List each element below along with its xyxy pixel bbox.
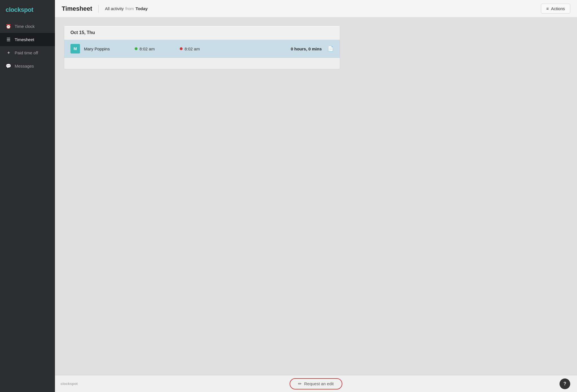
filter-from-text: from (125, 6, 134, 11)
sidebar-item-messages[interactable]: 💬 Messages (0, 59, 55, 73)
clock-in-entry: 8:02 am (135, 46, 180, 51)
hamburger-icon: ≡ (546, 6, 549, 11)
sidebar-item-label: Messages (15, 64, 34, 68)
topbar: Timesheet All activity from Today ≡ Acti… (55, 0, 577, 17)
row-action-icon[interactable]: 📄 (327, 46, 334, 52)
sidebar-nav: ⏰ Time clock ☰ Timesheet ✦ Paid time off… (0, 20, 55, 73)
clock-out-entry: 8:02 am (180, 46, 225, 51)
bottom-bar: clockspot ✏ Request an edit ? (55, 375, 577, 392)
sidebar-item-label: Time clock (15, 24, 35, 29)
bottom-logo: clockspot (61, 382, 78, 386)
app-logo: clockspot (0, 0, 55, 20)
clock-out-dot (180, 47, 183, 50)
page-title: Timesheet (62, 5, 92, 12)
sidebar-item-timesheet[interactable]: ☰ Timesheet (0, 33, 55, 46)
messages-icon: 💬 (6, 63, 11, 69)
table-row: M Mary Poppins 8:02 am 8:02 am 0 hours, … (64, 40, 340, 58)
help-button[interactable]: ? (560, 378, 570, 389)
filter-activity[interactable]: All activity (105, 6, 124, 11)
topbar-actions: ≡ Actions (541, 4, 570, 14)
timesheet-card: Oct 15, Thu M Mary Poppins 8:02 am 8:02 … (64, 25, 340, 69)
paid-time-off-icon: ✦ (6, 50, 11, 55)
employee-name: Mary Poppins (84, 46, 135, 51)
main-content: Oct 15, Thu M Mary Poppins 8:02 am 8:02 … (55, 17, 577, 375)
time-clock-icon: ⏰ (6, 24, 11, 29)
card-footer (64, 58, 340, 69)
content-area: Oct 15, Thu M Mary Poppins 8:02 am 8:02 … (55, 17, 577, 375)
filter-date[interactable]: Today (136, 6, 148, 11)
sidebar: clockspot ⏰ Time clock ☰ Timesheet ✦ Pai… (0, 0, 55, 392)
clock-in-time: 8:02 am (139, 46, 155, 51)
duration-value: 0 hours, 0 mins (291, 46, 322, 51)
topbar-filter: All activity from Today (105, 6, 148, 11)
sidebar-item-paid-time-off[interactable]: ✦ Paid time off (0, 46, 55, 59)
timesheet-icon: ☰ (6, 37, 11, 42)
clock-in-dot (135, 47, 137, 50)
pencil-icon: ✏ (298, 381, 302, 386)
sidebar-item-label: Paid time off (15, 50, 38, 55)
avatar: M (70, 44, 80, 54)
date-header: Oct 15, Thu (64, 26, 340, 40)
topbar-divider (98, 5, 99, 13)
clock-out-time: 8:02 am (185, 46, 200, 51)
sidebar-item-time-clock[interactable]: ⏰ Time clock (0, 20, 55, 33)
sidebar-item-label: Timesheet (15, 37, 34, 42)
actions-button[interactable]: ≡ Actions (541, 4, 570, 14)
request-edit-button[interactable]: ✏ Request an edit (290, 378, 342, 389)
